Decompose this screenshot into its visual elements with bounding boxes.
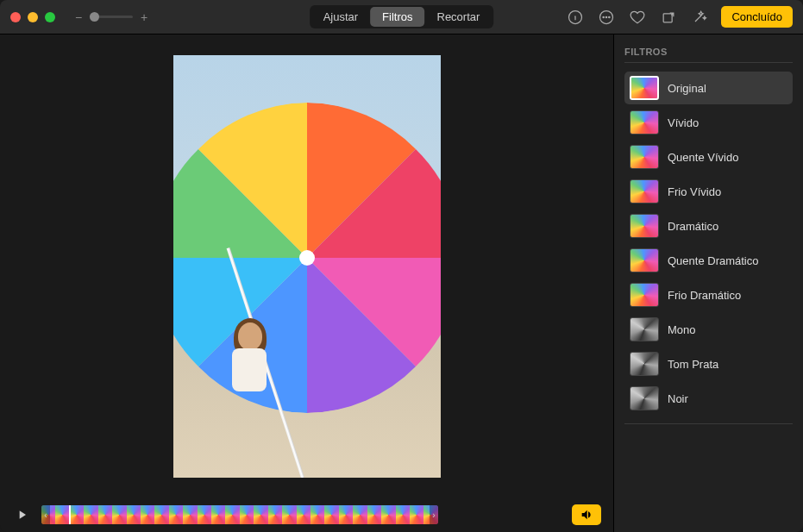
done-button[interactable]: Concluído — [721, 6, 793, 28]
svg-point-3 — [606, 16, 607, 17]
tab-crop[interactable]: Recortar — [425, 7, 492, 27]
timeline-frame — [396, 505, 410, 524]
timeline-frame — [141, 505, 154, 524]
timeline-frame — [198, 505, 211, 524]
edit-mode-tabs: Ajustar Filtros Recortar — [310, 5, 494, 28]
main-area: ‹ › FILTROS OriginalVívidoQuente VívidoF… — [0, 34, 803, 532]
svg-point-4 — [609, 16, 610, 17]
timeline-frame — [297, 505, 311, 524]
timeline-frame — [169, 505, 183, 524]
window-controls — [10, 12, 55, 22]
zoom-slider-thumb[interactable] — [90, 12, 99, 22]
filter-item-noir[interactable]: Noir — [624, 382, 793, 415]
svg-rect-5 — [664, 13, 673, 22]
timeline-frame — [70, 505, 84, 524]
timeline-frame — [127, 505, 141, 524]
filter-thumb-icon — [630, 352, 659, 376]
sidebar-divider — [624, 423, 793, 424]
svg-point-2 — [603, 16, 604, 17]
timeline-frame — [183, 505, 197, 524]
timeline-frame — [353, 505, 367, 524]
filter-thumb-icon — [630, 179, 659, 203]
timeline-frame — [154, 505, 168, 524]
filter-item-vivid-cool[interactable]: Frio Vívido — [624, 175, 793, 208]
filter-label: Frio Vívido — [668, 185, 721, 198]
filter-label: Tom Prata — [668, 358, 718, 371]
tab-adjust[interactable]: Ajustar — [311, 7, 370, 27]
heart-icon[interactable] — [628, 8, 647, 27]
timeline-frame — [211, 505, 225, 524]
timeline-frame — [410, 505, 423, 524]
zoom-controls: − + — [72, 10, 150, 24]
filter-label: Quente Vívido — [668, 151, 738, 164]
filter-thumb-icon — [630, 248, 659, 272]
filter-list: OriginalVívidoQuente VívidoFrio VívidoDr… — [624, 72, 793, 415]
timeline-frame — [55, 505, 69, 524]
rotate-icon[interactable] — [659, 8, 678, 27]
timeline-frame — [84, 505, 97, 524]
filter-thumb-icon — [630, 283, 659, 307]
filter-item-dramatic[interactable]: Dramático — [624, 210, 793, 242]
sidebar-title: FILTROS — [624, 47, 793, 63]
fullscreen-window-button[interactable] — [45, 12, 55, 22]
filter-thumb-icon — [630, 317, 659, 341]
timeline-frame — [112, 505, 126, 524]
timeline-frame — [225, 505, 239, 524]
timeline-frame — [268, 505, 282, 524]
timeline-frame — [311, 505, 324, 524]
wand-icon[interactable] — [690, 8, 709, 27]
filter-thumb-icon — [630, 76, 659, 100]
minimize-window-button[interactable] — [28, 12, 38, 22]
filter-item-vivid-warm[interactable]: Quente Vívido — [624, 141, 793, 173]
filter-item-silvertone[interactable]: Tom Prata — [624, 347, 793, 380]
filter-label: Frio Dramático — [668, 289, 741, 302]
filter-item-original[interactable]: Original — [624, 72, 793, 104]
zoom-out-icon[interactable]: − — [72, 10, 85, 24]
timeline-frame — [254, 505, 267, 524]
canvas-area: ‹ › — [0, 34, 613, 532]
playhead[interactable] — [69, 505, 71, 524]
person-graphic — [225, 322, 277, 426]
timeline-strip[interactable]: ‹ › — [41, 505, 438, 524]
titlebar: − + Ajustar Filtros Recortar Concluído — [0, 0, 803, 34]
filter-label: Noir — [668, 392, 688, 405]
filter-label: Vívido — [668, 116, 699, 129]
timeline-frame — [240, 505, 254, 524]
photo-viewport — [0, 34, 613, 498]
filter-thumb-icon — [630, 386, 659, 410]
filter-thumb-icon — [630, 145, 659, 169]
play-button[interactable] — [12, 504, 33, 525]
timeline-frame — [324, 505, 338, 524]
trim-start-handle[interactable]: ‹ — [41, 505, 50, 524]
filter-thumb-icon — [630, 110, 659, 135]
timeline-frame — [282, 505, 296, 524]
volume-button[interactable] — [572, 504, 601, 525]
filter-label: Mono — [668, 323, 696, 336]
close-window-button[interactable] — [10, 12, 21, 22]
timeline-frame — [339, 505, 353, 524]
filter-item-mono[interactable]: Mono — [624, 313, 793, 346]
filter-thumb-icon — [630, 214, 659, 238]
tab-filters[interactable]: Filtros — [370, 7, 424, 27]
timeline-frame — [381, 505, 395, 524]
zoom-in-icon[interactable]: + — [138, 10, 150, 24]
more-icon[interactable] — [597, 8, 616, 27]
filter-label: Quente Dramático — [668, 254, 759, 267]
photo-preview — [173, 55, 441, 478]
timeline-frame — [367, 505, 381, 524]
toolbar-right: Concluído — [566, 6, 793, 28]
filters-sidebar: FILTROS OriginalVívidoQuente VívidoFrio … — [613, 34, 803, 532]
svg-point-7 — [299, 250, 315, 266]
filter-label: Original — [668, 82, 706, 95]
umbrella-graphic — [173, 103, 441, 413]
video-timeline: ‹ › — [0, 498, 613, 532]
zoom-slider[interactable] — [90, 16, 133, 18]
timeline-frame — [98, 505, 112, 524]
trim-end-handle[interactable]: › — [430, 505, 438, 524]
filter-item-vivid[interactable]: Vívido — [624, 106, 793, 139]
filter-item-dramatic-warm[interactable]: Quente Dramático — [624, 244, 793, 277]
filter-label: Dramático — [668, 220, 718, 233]
filter-item-dramatic-cool[interactable]: Frio Dramático — [624, 279, 793, 311]
info-icon[interactable] — [566, 8, 585, 27]
